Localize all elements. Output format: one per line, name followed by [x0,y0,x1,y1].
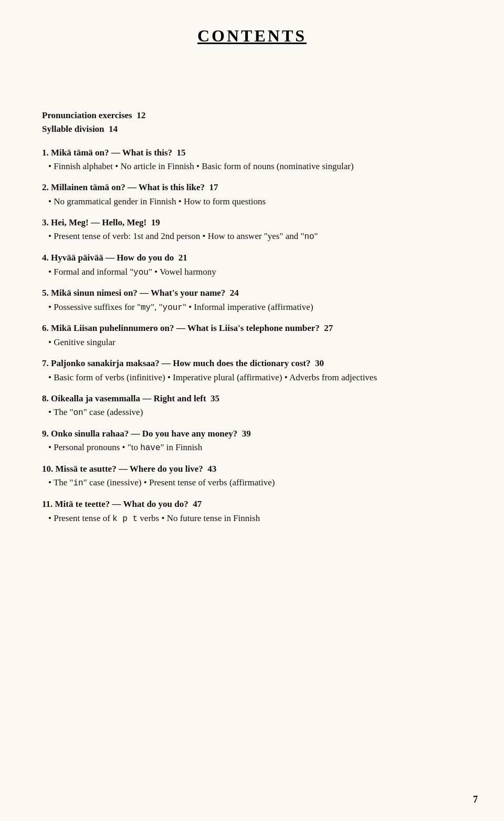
toc-sub-5: • Possessive suffixes for "my", "your" •… [48,300,462,315]
page: CONTENTS Pronunciation exercises 12 Syll… [0,0,504,821]
lesson-num-10: 10. [42,464,53,474]
lesson-num-9: 9. [42,429,49,439]
toc-entry-7-title: 7. Paljonko sanakirja maksaa? — How much… [42,357,462,370]
lesson-title-6-bold: Mikä Liisan puhelinnumero on? — What is … [51,323,333,333]
mono-kpt: k p t [112,514,138,524]
lesson-num-11: 11. [42,499,52,509]
toc-entry-9: 9. Onko sinulla rahaa? — Do you have any… [42,427,462,455]
toc-entry-5: 5. Mikä sinun nimesi on? — What's your n… [42,286,462,314]
page-number: 7 [473,794,478,805]
lesson-title-1-bold: Mikä tämä on? — What is this? 15 [51,148,186,158]
toc-entry-11: 11. Mitä te teette? — What do you do? 47… [42,497,462,525]
prelim-syllable: Syllable division 14 [42,122,462,136]
toc-sub-3: • Present tense of verb: 1st and 2nd per… [48,230,462,244]
toc-sub-8: • The "on" case (adessive) [48,406,462,420]
toc-sub-2: • No grammatical gender in Finnish • How… [48,195,462,209]
toc-entry-2: 2. Millainen tämä on? — What is this lik… [42,181,462,209]
toc-entry-11-title: 11. Mitä te teette? — What do you do? 47 [42,497,462,511]
toc-sub-9: • Personal pronouns • "to have" in Finni… [48,441,462,455]
lesson-num-8: 8. [42,393,49,403]
prelim-pronunciation: Pronunciation exercises 12 [42,109,462,122]
toc-entry-8-title: 8. Oikealla ja vasemmalla — Right and le… [42,392,462,406]
toc-sub-6: • Genitive singular [48,336,462,349]
toc-entry-9-title: 9. Onko sinulla rahaa? — Do you have any… [42,427,462,441]
toc-entry-2-title: 2. Millainen tämä on? — What is this lik… [42,181,462,194]
lesson-title-5-bold: Mikä sinun nimesi on? — What's your name… [51,288,239,298]
toc-entry-3: 3. Hei, Meg! — Hello, Meg! 19 • Present … [42,216,462,244]
toc-entry-1: 1. Mikä tämä on? — What is this? 15 • Fi… [42,146,462,174]
toc-sub-11: • Present tense of k p t verbs • No futu… [48,512,462,526]
lesson-title-8-bold: Oikealla ja vasemmalla — Right and left … [51,393,219,403]
toc-entry-6-title: 6. Mikä Liisan puhelinnumero on? — What … [42,321,462,335]
toc-sub-4: • Formal and informal "you" • Vowel harm… [48,265,462,279]
toc-entry-6: 6. Mikä Liisan puhelinnumero on? — What … [42,321,462,349]
mono-your: your [163,303,183,313]
contents-body: Pronunciation exercises 12 Syllable divi… [42,109,462,525]
toc-entry-4-title: 4. Hyvää päivää — How do you do 21 [42,251,462,265]
mono-no: no [304,232,314,242]
lesson-title-4-bold: Hyvää päivää — How do you do 21 [51,253,187,263]
lesson-num-1: 1. [42,148,49,158]
lesson-title-10-bold: Missä te asutte? — Where do you live? 43 [56,464,217,474]
lesson-num-4: 4. [42,253,49,263]
lesson-num-2: 2. [42,182,49,192]
lesson-title-11-bold: Mitä te teette? — What do you do? 47 [55,499,202,509]
lesson-num-5: 5. [42,288,49,298]
toc-entry-4: 4. Hyvää päivää — How do you do 21 • For… [42,251,462,279]
toc-sub-7: • Basic form of verbs (infinitive) • Imp… [48,371,462,384]
mono-my: my [141,303,151,313]
lesson-title-2-bold: Millainen tämä on? — What is this like? … [51,182,218,192]
toc-entry-1-title: 1. Mikä tämä on? — What is this? 15 [42,146,462,160]
lesson-title-9-bold: Onko sinulla rahaa? — Do you have any mo… [51,429,251,439]
mono-you: you [133,268,149,277]
mono-on: on [74,408,83,418]
toc-entry-10: 10. Missä te asutte? — Where do you live… [42,462,462,490]
prelim-section: Pronunciation exercises 12 Syllable divi… [42,109,462,137]
toc-entry-5-title: 5. Mikä sinun nimesi on? — What's your n… [42,286,462,300]
lesson-title-3-bold: Hei, Meg! — Hello, Meg! 19 [51,217,160,227]
toc-entry-10-title: 10. Missä te asutte? — Where do you live… [42,462,462,476]
toc-entry-8: 8. Oikealla ja vasemmalla — Right and le… [42,392,462,420]
lesson-num-7: 7. [42,358,49,368]
mono-have: have [140,443,160,453]
toc-sub-1: • Finnish alphabet • No article in Finni… [48,160,462,173]
lesson-num-3: 3. [42,217,49,227]
toc-sub-10: • The "in" case (inessive) • Present ten… [48,476,462,490]
page-title: CONTENTS [42,26,462,46]
lesson-title-7-bold: Paljonko sanakirja maksaa? — How much do… [51,358,324,368]
lesson-num-6: 6. [42,323,49,333]
mono-in: in [74,479,83,488]
toc-entry-3-title: 3. Hei, Meg! — Hello, Meg! 19 [42,216,462,230]
toc-entry-7: 7. Paljonko sanakirja maksaa? — How much… [42,357,462,384]
